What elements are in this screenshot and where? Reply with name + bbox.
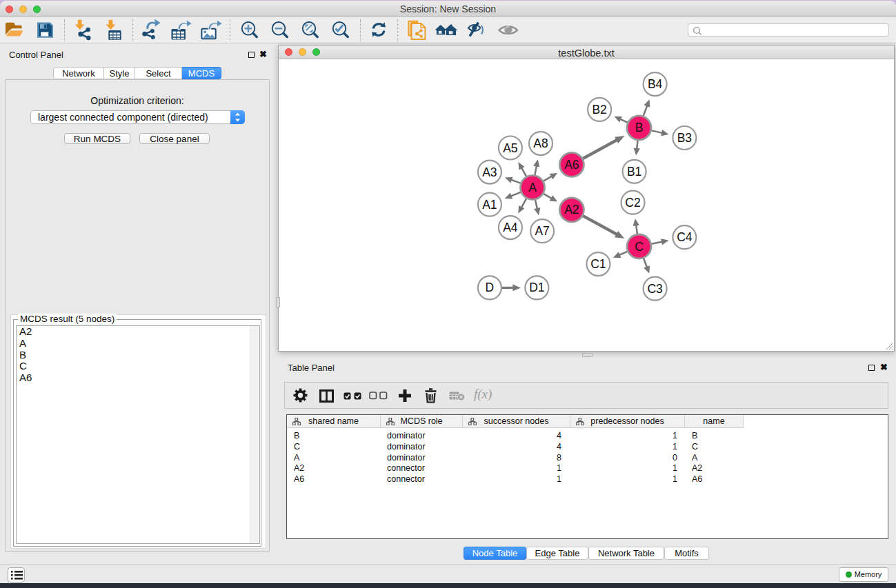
svg-text:A7: A7 xyxy=(535,224,549,238)
svg-text:B1: B1 xyxy=(627,165,641,179)
svg-text:A6: A6 xyxy=(564,158,579,172)
svg-text:D1: D1 xyxy=(529,281,544,294)
svg-text:D: D xyxy=(486,281,495,294)
svg-text:C4: C4 xyxy=(677,230,693,244)
svg-text:B: B xyxy=(635,121,644,134)
svg-text:A3: A3 xyxy=(482,165,497,179)
svg-text:B2: B2 xyxy=(592,103,606,116)
svg-text:B4: B4 xyxy=(648,77,663,91)
svg-text:C: C xyxy=(635,240,644,254)
svg-text:C1: C1 xyxy=(590,257,606,271)
svg-text:A5: A5 xyxy=(503,141,517,155)
svg-text:A2: A2 xyxy=(564,203,579,216)
svg-text:A4: A4 xyxy=(503,221,518,234)
svg-text:C2: C2 xyxy=(625,196,640,210)
svg-text:A1: A1 xyxy=(482,198,497,212)
svg-text:A: A xyxy=(528,181,537,194)
svg-text:A8: A8 xyxy=(533,136,548,150)
svg-text:C3: C3 xyxy=(647,282,662,296)
svg-text:B3: B3 xyxy=(677,131,692,145)
